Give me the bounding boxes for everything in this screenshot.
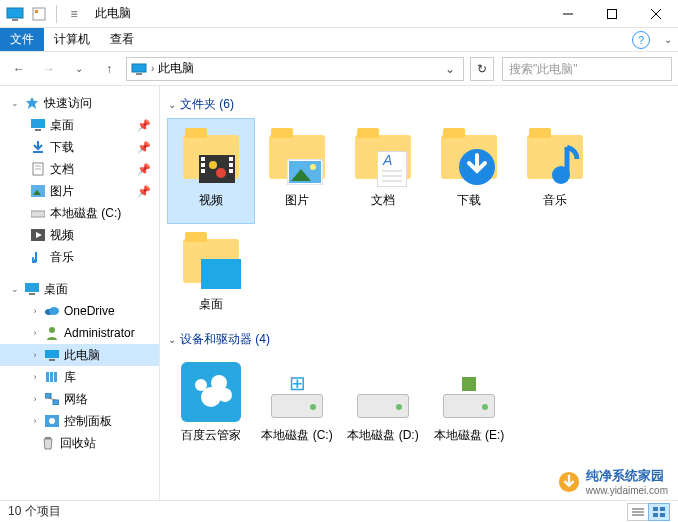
recycle-bin-icon bbox=[40, 435, 56, 451]
folder-desktop[interactable]: 桌面 bbox=[168, 223, 254, 327]
tab-file[interactable]: 文件 bbox=[0, 28, 44, 51]
maximize-button[interactable] bbox=[590, 0, 634, 28]
back-button[interactable]: ← bbox=[6, 56, 32, 82]
svg-rect-44 bbox=[229, 163, 233, 167]
drive-d[interactable]: 本地磁盘 (D:) bbox=[340, 354, 426, 458]
svg-rect-9 bbox=[136, 73, 142, 75]
sidebar-item-desktop[interactable]: 桌面📌 bbox=[0, 114, 159, 136]
svg-rect-59 bbox=[201, 259, 241, 289]
ribbon-expand-icon[interactable]: ⌄ bbox=[664, 34, 672, 45]
sidebar-item-onedrive[interactable]: ›OneDrive bbox=[0, 300, 159, 322]
sidebar: ⌄ 快速访问 桌面📌 下载📌 文档📌 图片📌 本地磁盘 (C:) 视频 音乐 ⌄… bbox=[0, 86, 160, 500]
search-input[interactable] bbox=[509, 62, 665, 76]
folder-documents[interactable]: A 文档 bbox=[340, 119, 426, 223]
document-icon bbox=[30, 161, 46, 177]
folders-grid: 视频 图片 A 文档 下载 音乐 桌面 bbox=[168, 119, 670, 327]
chevron-down-icon[interactable]: ⌄ bbox=[10, 98, 20, 108]
sidebar-item-downloads[interactable]: 下载📌 bbox=[0, 136, 159, 158]
sidebar-item-recycle-bin[interactable]: 回收站 bbox=[0, 432, 159, 454]
chevron-right-icon[interactable]: › bbox=[30, 416, 40, 426]
chevron-right-icon[interactable]: › bbox=[30, 372, 40, 382]
sidebar-item-documents[interactable]: 文档📌 bbox=[0, 158, 159, 180]
svg-rect-2 bbox=[33, 8, 45, 20]
sidebar-quick-access[interactable]: ⌄ 快速访问 bbox=[0, 92, 159, 114]
quick-access-properties-icon[interactable] bbox=[28, 3, 50, 25]
svg-rect-45 bbox=[229, 169, 233, 173]
refresh-button[interactable]: ↻ bbox=[470, 57, 494, 81]
sidebar-item-pictures[interactable]: 图片📌 bbox=[0, 180, 159, 202]
titlebar: ≡ 此电脑 bbox=[0, 0, 678, 28]
minimize-button[interactable] bbox=[546, 0, 590, 28]
svg-line-35 bbox=[48, 398, 56, 400]
folder-videos[interactable]: 视频 bbox=[168, 119, 254, 223]
watermark-logo-icon bbox=[558, 471, 580, 493]
svg-rect-41 bbox=[201, 163, 205, 167]
svg-rect-23 bbox=[25, 283, 39, 292]
chevron-down-icon[interactable]: ⌄ bbox=[10, 284, 20, 294]
sidebar-item-videos[interactable]: 视频 bbox=[0, 224, 159, 246]
drive-baidu[interactable]: 百度云管家 bbox=[168, 354, 254, 458]
chevron-down-icon[interactable]: ⌄ bbox=[168, 99, 176, 110]
chevron-down-icon[interactable]: ⌄ bbox=[168, 334, 176, 345]
svg-point-27 bbox=[49, 327, 55, 333]
svg-rect-70 bbox=[653, 513, 658, 517]
svg-rect-29 bbox=[49, 359, 55, 361]
help-button[interactable]: ? bbox=[632, 31, 650, 49]
sidebar-item-control-panel[interactable]: ›控制面板 bbox=[0, 410, 159, 432]
pin-icon: 📌 bbox=[137, 163, 151, 176]
svg-rect-0 bbox=[7, 8, 23, 18]
close-button[interactable] bbox=[634, 0, 678, 28]
download-icon bbox=[30, 139, 46, 155]
sidebar-item-thispc[interactable]: ›此电脑 bbox=[0, 344, 159, 366]
sidebar-item-label: 快速访问 bbox=[44, 95, 92, 112]
star-icon bbox=[24, 95, 40, 111]
search-box[interactable] bbox=[502, 57, 672, 81]
sidebar-item-administrator[interactable]: ›Administrator bbox=[0, 322, 159, 344]
address-dropdown-icon[interactable]: ⌄ bbox=[441, 62, 459, 76]
desktop-icon bbox=[30, 117, 46, 133]
chevron-right-icon[interactable]: › bbox=[30, 306, 40, 316]
chevron-right-icon[interactable]: › bbox=[151, 63, 154, 74]
drive-c[interactable]: ⊞ 本地磁盘 (C:) bbox=[254, 354, 340, 458]
qat-dropdown-icon[interactable]: ≡ bbox=[63, 3, 85, 25]
content-area: ⌄ 文件夹 (6) 视频 图片 A 文档 下载 音乐 bbox=[160, 86, 678, 500]
sidebar-item-libraries[interactable]: ›库 bbox=[0, 366, 159, 388]
chevron-right-icon[interactable]: › bbox=[30, 350, 40, 360]
svg-rect-38 bbox=[45, 437, 51, 439]
folder-music[interactable]: 音乐 bbox=[512, 119, 598, 223]
sidebar-item-music[interactable]: 音乐 bbox=[0, 246, 159, 268]
chevron-right-icon[interactable]: › bbox=[30, 394, 40, 404]
up-button[interactable]: ↑ bbox=[96, 56, 122, 82]
forward-button[interactable]: → bbox=[36, 56, 62, 82]
view-details-button[interactable] bbox=[627, 503, 649, 521]
svg-rect-28 bbox=[45, 350, 59, 358]
network-icon bbox=[44, 391, 60, 407]
drive-e[interactable]: 本地磁盘 (E:) bbox=[426, 354, 512, 458]
section-drives[interactable]: ⌄ 设备和驱动器 (4) bbox=[168, 331, 670, 348]
sidebar-desktop-group[interactable]: ⌄ 桌面 bbox=[0, 278, 159, 300]
svg-rect-17 bbox=[31, 185, 45, 197]
chevron-right-icon[interactable]: › bbox=[30, 328, 40, 338]
section-folders[interactable]: ⌄ 文件夹 (6) bbox=[168, 96, 670, 113]
svg-rect-3 bbox=[35, 10, 38, 13]
pin-icon: 📌 bbox=[137, 141, 151, 154]
this-pc-icon[interactable] bbox=[4, 3, 26, 25]
this-pc-crumb-icon bbox=[131, 62, 147, 76]
picture-icon bbox=[30, 183, 46, 199]
svg-text:A: A bbox=[382, 152, 392, 168]
tab-computer[interactable]: 计算机 bbox=[44, 28, 100, 51]
svg-rect-19 bbox=[31, 211, 45, 217]
sidebar-item-network[interactable]: ›网络 bbox=[0, 388, 159, 410]
view-icons-button[interactable] bbox=[648, 503, 670, 521]
control-panel-icon bbox=[44, 413, 60, 429]
svg-rect-71 bbox=[660, 513, 665, 517]
sidebar-item-drive-c[interactable]: 本地磁盘 (C:) bbox=[0, 202, 159, 224]
address-bar[interactable]: › 此电脑 ⌄ bbox=[126, 57, 464, 81]
folder-pictures[interactable]: 图片 bbox=[254, 119, 340, 223]
recent-dropdown-icon[interactable]: ⌄ bbox=[66, 56, 92, 82]
svg-rect-11 bbox=[31, 119, 45, 128]
tab-view[interactable]: 查看 bbox=[100, 28, 144, 51]
folder-downloads[interactable]: 下载 bbox=[426, 119, 512, 223]
desktop-icon bbox=[24, 281, 40, 297]
breadcrumb-thispc[interactable]: 此电脑 bbox=[158, 60, 194, 77]
